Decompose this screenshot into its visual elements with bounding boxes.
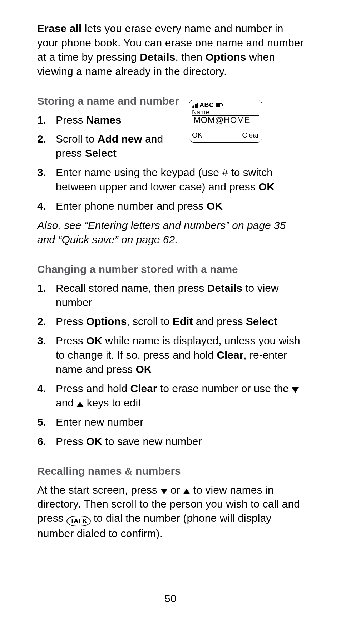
ok-label: OK [86, 335, 102, 346]
li-text: Scroll to [56, 133, 98, 145]
list-item: Enter new number [37, 415, 305, 429]
list-item: Recall stored name, then press Details t… [37, 281, 305, 310]
li-text: Press [56, 435, 86, 447]
erase-all-label: Erase all [37, 23, 81, 34]
battery-icon [216, 103, 222, 107]
select-label: Select [85, 147, 117, 159]
changing-list: Recall stored name, then press Details t… [37, 281, 305, 449]
li-text: and [56, 397, 76, 409]
options-label: Options [206, 51, 246, 63]
up-arrow-icon [76, 401, 84, 407]
li-text: and press [193, 315, 246, 327]
details-label: Details [140, 51, 175, 63]
details-label: Details [207, 282, 242, 294]
ok-label: OK [207, 200, 223, 212]
input-mode-label: ABC [199, 101, 214, 109]
see-also-note: Also, see “Entering letters and numbers”… [37, 218, 305, 247]
name-input-value: MOM@HOME [192, 115, 259, 130]
li-text: Enter phone number and press [56, 200, 207, 212]
page-number: 50 [0, 593, 341, 605]
right-softkey-label: Clear [242, 131, 259, 139]
list-item: Press Names [37, 113, 180, 127]
up-arrow-icon [183, 489, 190, 494]
intro-paragraph: Erase all lets you erase every name and … [37, 21, 305, 79]
ok-label: OK [258, 181, 275, 193]
phone-screen-figure: ABC Name: MOM@HOME OK Clear [189, 100, 262, 143]
intro-t2: , then [175, 51, 205, 63]
list-item: Enter phone number and press OK [37, 199, 305, 213]
p-text: or [168, 484, 183, 496]
recalling-paragraph: At the start screen, press or to view na… [37, 483, 305, 541]
edit-label: Edit [173, 315, 193, 327]
li-text: , scroll to [127, 315, 172, 327]
clear-label: Clear [217, 349, 243, 361]
li-text: Press and hold [56, 383, 130, 394]
list-item: Enter name using the keypad (use # to sw… [37, 165, 305, 194]
storing-list: Press Names Scroll to Add new and press … [37, 113, 305, 213]
down-arrow-icon [292, 387, 299, 393]
softkey-row: OK Clear [192, 131, 259, 139]
heading-recalling: Recalling names & numbers [37, 465, 305, 477]
li-text: keys to edit [84, 397, 141, 409]
status-row: ABC [192, 102, 259, 108]
li-text: Recall stored name, then press [56, 282, 207, 294]
li-text: to save new number [102, 435, 202, 447]
list-item: Press and hold Clear to erase number or … [37, 381, 305, 410]
list-item: Press Options, scroll to Edit and press … [37, 314, 305, 329]
li-text: Enter name using the keypad (use # to sw… [56, 166, 273, 193]
p-text: At the start screen, press [37, 484, 160, 496]
talk-button-icon: TALK [66, 516, 90, 526]
li-text: Press [56, 335, 86, 346]
signal-icon [192, 103, 198, 108]
list-item: Press OK while name is displayed, unless… [37, 334, 305, 376]
options-label: Options [86, 315, 127, 327]
clear-label: Clear [130, 383, 157, 394]
heading-changing: Changing a number stored with a name [37, 263, 305, 275]
down-arrow-icon [160, 489, 168, 494]
list-item: Press OK to save new number [37, 434, 305, 449]
ok-label: OK [135, 363, 152, 375]
ok-label: OK [86, 435, 102, 447]
names-label: Names [86, 114, 121, 126]
li-text: Press [56, 114, 86, 126]
list-item: Scroll to Add new and press Select [37, 132, 180, 160]
add-new-label: Add new [98, 133, 142, 145]
left-softkey-label: OK [192, 131, 202, 139]
heading-storing: Storing a name and number [37, 95, 305, 107]
select-label: Select [246, 315, 277, 327]
li-text: Press [56, 315, 86, 327]
li-text: to erase number or use the [157, 383, 292, 394]
